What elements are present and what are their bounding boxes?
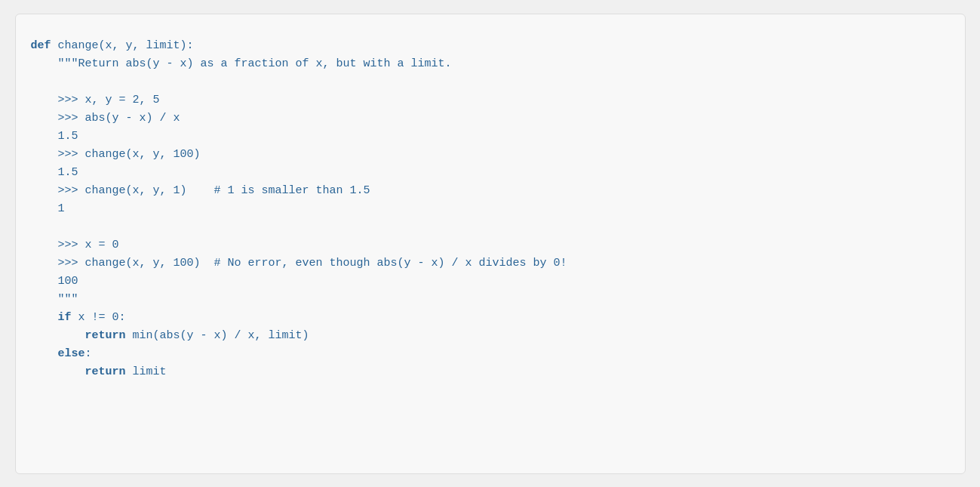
line-return-1: return min(abs(y - x) / x, limit) (31, 329, 309, 342)
line-docstring-2: >>> abs(y - x) / x (31, 112, 180, 125)
line-else: else: (31, 347, 92, 360)
line-docstring-close: """ (31, 293, 78, 306)
line-docstring-4: >>> change(x, y, 1) # 1 is smaller than … (31, 184, 370, 197)
line-output-3: 1 (31, 202, 65, 215)
line-if: if x != 0: (31, 311, 126, 324)
code-block: def change(x, y, limit): """Return abs(y… (31, 37, 950, 381)
line-docstring-1: >>> x, y = 2, 5 (31, 94, 160, 106)
code-container: def change(x, y, limit): """Return abs(y… (15, 14, 966, 474)
line-def: def change(x, y, limit): (31, 39, 194, 52)
line-output-2: 1.5 (31, 166, 78, 179)
line-return-2: return limit (31, 365, 167, 378)
line-output-1: 1.5 (31, 130, 78, 143)
line-docstring-3: >>> change(x, y, 100) (31, 148, 201, 161)
line-docstring-5: >>> x = 0 (31, 239, 119, 251)
line-docstring-6: >>> change(x, y, 100) # No error, even t… (31, 257, 567, 270)
line-output-4: 100 (31, 275, 78, 288)
line-docstring-open: """Return abs(y - x) as a fraction of x,… (31, 57, 452, 70)
